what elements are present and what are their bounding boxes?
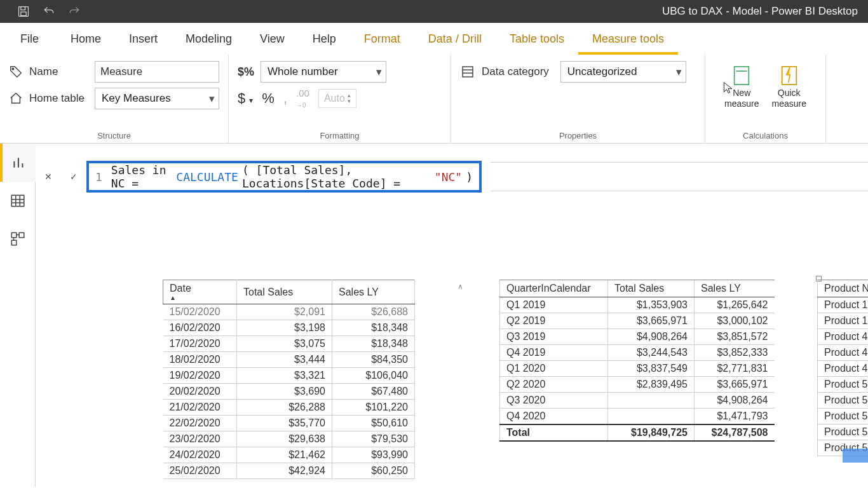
group-properties-label: Properties [460,128,696,142]
table-row[interactable]: 22/02/2020$35,770$50,610 [163,416,415,431]
currency-button[interactable]: $ ▾ [238,90,253,107]
cancel-formula-icon[interactable]: ✕ [36,164,61,189]
name-label: Name [29,65,58,78]
view-rail [0,144,36,487]
table-row[interactable]: Product 5 [818,393,869,409]
formula-bar-row: ✕ ✓ 1 Sales in NC = CALCULATE ( [Total S… [36,159,868,194]
table-total-row: Total$19,849,725$24,787,508 [500,424,775,441]
table-row[interactable]: Product 5 [818,377,869,393]
svg-rect-0 [19,7,29,17]
table-row[interactable]: 23/02/2020$29,638$79,530 [163,431,415,447]
chevron-down-icon: ▾ [209,92,215,105]
calculator-icon [731,65,752,86]
window-title: UBG to DAX - Model - Power BI Desktop [662,5,868,18]
data-category-dropdown[interactable]: Uncategorized▾ [560,61,686,83]
tab-insert[interactable]: Insert [115,25,172,55]
calculator-lightning-icon [778,65,800,86]
table-daily-sales[interactable]: Date▲ Total Sales Sales LY 15/02/2020$2,… [163,280,415,479]
title-bar: UBG to DAX - Model - Power BI Desktop [0,0,868,23]
format-type-dropdown[interactable]: Whole number▾ [261,61,386,83]
save-icon[interactable] [17,4,31,18]
home-table-dropdown[interactable]: Key Measures▾ [95,88,219,109]
ribbon: Name Home table Key Measures▾ Structure … [0,55,868,144]
table-row[interactable]: Product 5 [818,424,869,440]
table-row[interactable]: 18/02/2020$3,444$84,350 [163,352,415,368]
tab-file[interactable]: File [6,25,53,55]
svg-rect-6 [735,67,749,85]
report-view-icon[interactable] [0,144,36,182]
commit-formula-icon[interactable]: ✓ [61,164,86,189]
measure-name-input[interactable] [95,61,219,83]
new-measure-button[interactable]: New measure [724,65,759,109]
svg-rect-24 [19,233,24,238]
tab-help[interactable]: Help [299,25,350,55]
table-row[interactable]: 16/02/2020$3,198$18,348 [163,320,415,336]
category-icon [460,64,475,79]
sort-asc-icon: ▲ [170,294,230,301]
redo-icon[interactable] [67,4,81,18]
table-row[interactable]: Product 1 [818,297,869,313]
table-row[interactable]: 19/02/2020$3,321$106,040 [163,368,415,384]
home-table-label: Home table [29,92,85,105]
table-row[interactable]: Q3 2019$4,908,264$3,851,572 [500,329,775,345]
tag-icon [9,65,23,79]
format-type-icon: $% [238,65,254,79]
table-row[interactable]: Q3 2020$4,908,264 [500,393,775,409]
chevron-down-icon: ▾ [376,65,382,79]
svg-rect-25 [11,240,17,245]
tab-home[interactable]: Home [57,25,115,55]
thousands-button[interactable]: , [283,90,287,107]
formula-bar-extend [491,162,868,191]
svg-rect-18 [11,195,24,206]
table-row[interactable]: Product 5 [818,409,869,424]
undo-icon[interactable] [42,4,56,18]
table-row[interactable]: 17/02/2020$3,075$18,348 [163,336,415,352]
table-row[interactable]: Q2 2020$2,839,495$3,665,971 [500,377,775,393]
formula-bar[interactable]: 1 Sales in NC = CALCULATE ( [Total Sales… [86,161,482,193]
table-row[interactable]: Q1 2020$3,837,549$2,771,831 [500,361,775,377]
table-row[interactable]: 25/02/2020$42,924$60,250 [163,463,415,479]
decimal-button[interactable]: .00→0 [296,88,309,109]
data-view-icon[interactable] [0,182,36,220]
selection-highlight [843,449,868,463]
ribbon-tab-strip: File Home Insert Modeling View Help Form… [0,23,868,55]
tab-view[interactable]: View [246,25,299,55]
auto-decimal-box[interactable]: Auto ▴▾ [318,89,356,108]
scroll-up-icon[interactable]: ∧ [458,282,463,291]
chevron-down-icon: ▾ [676,65,682,79]
report-canvas[interactable]: Date▲ Total Sales Sales LY 15/02/2020$2,… [36,280,868,488]
tab-modeling[interactable]: Modeling [172,25,246,55]
svg-rect-3 [463,67,473,77]
table-row[interactable]: 20/02/2020$3,690$67,480 [163,384,415,400]
table-row[interactable]: 21/02/2020$26,288$101,220 [163,400,415,416]
group-calc-label: Calculations [714,128,817,142]
table-row[interactable]: Product 4 [818,329,869,345]
tab-data-drill[interactable]: Data / Drill [414,25,496,55]
home-icon [9,92,23,105]
table-row[interactable]: Product 4 [818,361,869,377]
tab-table-tools[interactable]: Table tools [496,25,578,55]
model-view-icon[interactable] [0,220,36,258]
table-product[interactable]: Product N Product 1Product 1Product 4Pro… [817,280,868,456]
svg-rect-1 [21,12,26,16]
quick-measure-button[interactable]: Quick measure [772,65,806,109]
table-row[interactable]: 15/02/2020$2,091$26,688 [163,304,415,320]
table-row[interactable]: Q2 2019$3,665,971$3,000,102 [500,313,775,329]
table-quarterly-sales[interactable]: QuarterInCalendar Total Sales Sales LY Q… [499,280,775,442]
table-row[interactable]: Product 1 [818,313,869,329]
table-row[interactable]: Q4 2020$1,471,793 [500,409,775,425]
table-row[interactable]: Product 4 [818,345,869,361]
data-category-label: Data category [482,65,549,78]
table-row[interactable]: Q1 2019$1,353,903$1,265,642 [500,297,775,313]
svg-point-2 [12,68,14,70]
table-row[interactable]: 24/02/2020$21,462$93,990 [163,447,415,463]
svg-rect-23 [11,233,17,238]
group-formatting-label: Formatting [238,128,442,142]
tab-measure-tools[interactable]: Measure tools [578,25,678,55]
table-row[interactable]: Q4 2019$3,244,543$3,852,333 [500,345,775,361]
percent-button[interactable]: % [262,90,275,107]
tab-format[interactable]: Format [350,25,414,55]
group-structure-label: Structure [9,128,219,142]
